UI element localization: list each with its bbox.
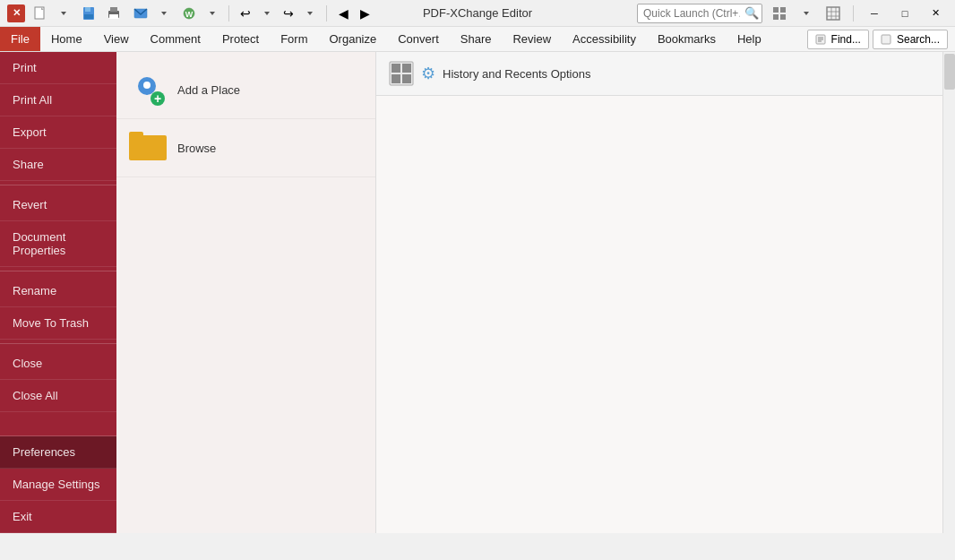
print-button[interactable] (102, 4, 125, 23)
grid-view-button[interactable] (822, 4, 845, 23)
toolbar-separator-1 (228, 5, 229, 22)
svg-rect-7 (110, 7, 117, 12)
toolbar-group-email (129, 4, 174, 23)
close-button[interactable]: ✕ (923, 4, 948, 22)
menu-item-review[interactable]: Review (502, 27, 562, 51)
menu-item-accessibility[interactable]: Accessibility (562, 27, 647, 51)
quick-launch-input[interactable] (637, 4, 762, 23)
search-button[interactable]: Search... (873, 30, 948, 49)
undo-dropdown-button[interactable] (257, 4, 277, 23)
history-title: History and Recents Options (443, 67, 590, 81)
scrollbar-track[interactable] (942, 52, 955, 533)
file-menu-sidebar: Print Print All Export Share Revert Docu… (0, 52, 116, 533)
email-dropdown-button[interactable] (154, 4, 174, 23)
svg-rect-16 (773, 7, 779, 13)
history-content (376, 96, 955, 533)
sidebar-item-print-all[interactable]: Print All (0, 84, 116, 116)
new-button[interactable] (29, 4, 52, 23)
sidebar-item-exit[interactable]: Exit (0, 501, 116, 533)
open-panel: + Add a Place Browse (116, 52, 376, 533)
browse-folder-icon (129, 128, 168, 168)
open-dropdown-button[interactable] (54, 4, 73, 23)
menu-item-form[interactable]: Form (270, 27, 318, 51)
quick-launch-search-icon: 🔍 (744, 6, 759, 20)
titlebar-left: ✕ W (7, 4, 374, 23)
svg-text:W: W (185, 10, 194, 19)
back-button[interactable]: ◀ (333, 4, 353, 23)
sidebar-item-close-all[interactable]: Close All (0, 380, 116, 412)
add-place-item[interactable]: + Add a Place (116, 61, 375, 119)
svg-point-33 (143, 82, 151, 89)
sidebar-item-document-properties[interactable]: Document Properties (0, 221, 116, 267)
tile-view-dropdown-button[interactable] (796, 4, 816, 23)
toolbar-group-file (29, 4, 73, 23)
convert-button[interactable]: W (177, 4, 201, 23)
find-button[interactable]: Find... (807, 30, 869, 49)
history-gear-icon[interactable]: ⚙ (421, 64, 435, 83)
menu-item-bookmarks[interactable]: Bookmarks (647, 27, 727, 51)
svg-rect-36 (129, 135, 167, 160)
app-title: PDF-XChange Editor (423, 6, 532, 20)
search-label: Search... (897, 33, 940, 46)
svg-rect-42 (402, 74, 411, 83)
sidebar-item-manage-settings[interactable]: Manage Settings (0, 469, 116, 501)
menu-item-help[interactable]: Help (727, 27, 772, 51)
scrollbar-thumb[interactable] (944, 54, 955, 90)
menu-item-protect[interactable]: Protect (211, 27, 270, 51)
sidebar-item-print[interactable]: Print (0, 52, 116, 84)
sidebar-item-revert[interactable]: Revert (0, 189, 116, 221)
svg-rect-5 (84, 14, 93, 19)
add-place-icon: + (129, 70, 168, 109)
svg-rect-8 (109, 14, 118, 19)
sidebar-item-share[interactable]: Share (0, 149, 116, 181)
app-icon: ✕ (7, 4, 25, 22)
menu-item-view[interactable]: View (93, 27, 140, 51)
undo-button[interactable]: ↩ (236, 4, 255, 23)
toolbar-group-convert: W (177, 4, 222, 23)
sidebar-item-export[interactable]: Export (0, 116, 116, 149)
menu-item-share[interactable]: Share (450, 27, 503, 51)
svg-rect-39 (391, 64, 400, 73)
convert-dropdown-button[interactable] (202, 4, 222, 23)
menu-item-home[interactable]: Home (40, 27, 93, 51)
redo-button[interactable]: ↪ (279, 4, 298, 23)
email-button[interactable] (129, 4, 152, 23)
svg-rect-37 (129, 132, 143, 139)
sidebar-bottom: Preferences Manage Settings Exit (0, 435, 116, 533)
svg-marker-10 (161, 12, 167, 15)
toolbar-group-undo: ↩ ↪ (236, 4, 320, 23)
titlebar: ✕ W (0, 0, 955, 27)
sidebar-item-close[interactable]: Close (0, 348, 116, 380)
forward-button[interactable]: ▶ (355, 4, 374, 23)
history-panel: ⚙ History and Recents Options (376, 52, 955, 533)
browse-item[interactable]: Browse (116, 119, 375, 177)
svg-marker-2 (61, 12, 66, 15)
svg-rect-4 (85, 7, 90, 12)
minimize-button[interactable]: ─ (862, 4, 887, 22)
save-button[interactable] (77, 4, 100, 23)
titlebar-right: 🔍 ─ □ ✕ (637, 4, 948, 23)
svg-rect-40 (402, 64, 411, 73)
menu-item-comment[interactable]: Comment (140, 27, 211, 51)
svg-rect-30 (882, 35, 890, 44)
tile-view-button[interactable] (768, 4, 791, 23)
sidebar-item-rename[interactable]: Rename (0, 275, 116, 307)
toolbar-group-save (77, 4, 125, 23)
sidebar-item-move-to-trash[interactable]: Move To Trash (0, 307, 116, 340)
history-header: ⚙ History and Recents Options (376, 52, 955, 96)
add-place-label: Add a Place (177, 83, 240, 97)
menu-item-organize[interactable]: Organize (318, 27, 387, 51)
menu-item-file[interactable]: File (0, 27, 40, 51)
toolbar-separator-2 (326, 5, 327, 22)
history-grid-icon (389, 61, 414, 86)
maximize-button[interactable]: □ (892, 4, 917, 22)
redo-dropdown-button[interactable] (300, 4, 320, 23)
menu-item-convert[interactable]: Convert (387, 27, 450, 51)
titlebar-separator (853, 5, 854, 22)
svg-rect-41 (391, 74, 400, 83)
svg-marker-13 (210, 12, 215, 15)
browse-label: Browse (177, 142, 216, 155)
find-label: Find... (831, 33, 861, 46)
svg-rect-18 (773, 14, 779, 20)
sidebar-item-preferences[interactable]: Preferences (0, 436, 116, 469)
